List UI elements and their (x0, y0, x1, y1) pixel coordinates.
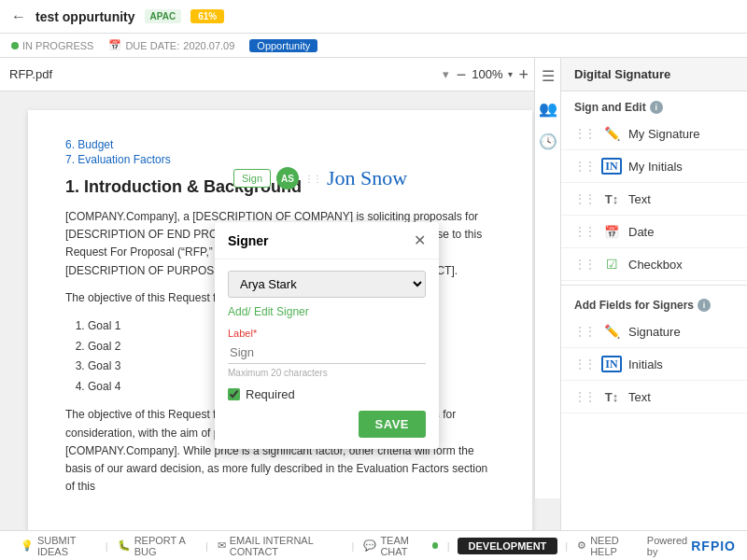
drag-handle-icon: ⋮⋮ (574, 225, 595, 238)
toc-item-evaluation[interactable]: 7. Evaluation Factors (65, 153, 495, 166)
panel-item-initials[interactable]: ⋮⋮ IN Initials (561, 348, 747, 381)
date-label: Date (628, 225, 654, 239)
zoom-out-button[interactable]: − (457, 66, 467, 83)
zoom-controls: − 100% ▾ + (457, 66, 529, 83)
right-panel: Digital Signature Sign and Edit i ⋮⋮ ✏️ … (560, 58, 747, 530)
cursive-signature: Jon Snow (327, 166, 407, 190)
date-icon: 📅 (602, 222, 621, 241)
signature-overlay: Sign AS ⋮⋮ Jon Snow (233, 166, 407, 190)
history-icon[interactable]: 🕓 (539, 133, 557, 150)
chat-icon: 💬 (363, 539, 376, 552)
right-side-icons: ☰ 👥 🕓 (534, 58, 560, 498)
status-in-progress: IN PROGRESS (11, 40, 93, 51)
drag-handle-icon: ⋮⋮ (574, 160, 595, 173)
separator: | (447, 540, 450, 552)
due-date-label: DUE DATE: (125, 40, 179, 51)
panel-item-date[interactable]: ⋮⋮ 📅 Date (561, 216, 747, 248)
powered-by: Powered by RFPIO (647, 535, 736, 557)
back-arrow[interactable]: ← (11, 8, 26, 25)
zoom-in-button[interactable]: + (518, 66, 529, 83)
badge-apac: APAC (145, 9, 182, 23)
people-icon[interactable]: 👥 (539, 100, 557, 118)
avatar: AS (276, 167, 299, 189)
panel-item-text[interactable]: ⋮⋮ T↕ Text (561, 183, 747, 216)
my-signature-label: My Signature (628, 127, 700, 141)
panel-item-my-signature[interactable]: ⋮⋮ ✏️ My Signature (561, 118, 747, 150)
pdf-toolbar: RFP.pdf ▾ − 100% ▾ + ⋮ (0, 58, 560, 91)
help-icon: ⚙ (577, 539, 586, 552)
modal-header: Signer ✕ (215, 222, 439, 259)
initials-icon: IN (602, 157, 621, 175)
add-fields-info-icon[interactable]: i (698, 299, 711, 312)
dev-badge: DEVELOPMENT (458, 538, 558, 554)
label-input[interactable] (228, 342, 426, 364)
sub-bar: IN PROGRESS 📅 DUE DATE: 2020.07.09 Oppor… (0, 34, 747, 58)
pdf-dropdown-icon[interactable]: ▾ (443, 67, 449, 81)
panel-item-checkbox[interactable]: ⋮⋮ ☑ Checkbox (561, 248, 747, 281)
toc-item-budget[interactable]: 6. Budget (65, 138, 495, 151)
due-date-value: 2020.07.09 (183, 40, 234, 51)
pen-icon: ✏️ (602, 322, 621, 341)
need-help-label: NEED HELP (590, 535, 638, 557)
panel-item-my-initials[interactable]: ⋮⋮ IN My Initials (561, 150, 747, 183)
required-checkbox[interactable] (228, 388, 240, 400)
team-chat-dot (432, 542, 438, 549)
initials-label: Initials (628, 357, 663, 371)
status-dot (11, 42, 19, 49)
powered-by-label: Powered by (647, 535, 687, 557)
modal-title: Signer (228, 233, 269, 248)
bottom-item-team-chat[interactable]: 💬 TEAM CHAT (354, 535, 446, 557)
rfpio-logo: RFPIO (691, 539, 736, 553)
my-initials-label: My Initials (628, 160, 683, 174)
bottom-item-report-bug[interactable]: 🐛 REPORT A BUG (108, 535, 205, 557)
drag-handle-icon: ⋮⋮ (574, 192, 595, 205)
sign-edit-info-icon[interactable]: i (650, 101, 663, 114)
due-date: 📅 DUE DATE: 2020.07.09 (108, 39, 234, 51)
bottom-item-submit-ideas[interactable]: 💡 SUBMIT IDEAS (11, 535, 106, 557)
pdf-area: RFP.pdf ▾ − 100% ▾ + ⋮ 6. Budget 7. Eval… (0, 58, 560, 530)
signer-modal: Signer ✕ Arya Stark Add/ Edit Signer Lab… (215, 222, 439, 449)
page-title: test oppurtunity (35, 9, 135, 24)
sign-button[interactable]: Sign (233, 169, 271, 188)
drag-handle-icon: ⋮⋮ (574, 258, 595, 271)
zoom-dropdown-icon[interactable]: ▾ (508, 69, 513, 79)
pdf-toc: 6. Budget 7. Evaluation Factors (65, 138, 495, 166)
text-label: Text (628, 192, 651, 206)
required-checkbox-label: Required (246, 387, 295, 401)
panel-item-signature[interactable]: ⋮⋮ ✏️ Signature (561, 315, 747, 348)
initials-icon: IN (602, 355, 621, 373)
bottom-item-need-help[interactable]: ⚙ NEED HELP (568, 535, 647, 557)
text-add-label: Text (628, 390, 651, 404)
panel-header: Digital Signature (561, 58, 747, 91)
bottom-bar: 💡 SUBMIT IDEAS | 🐛 REPORT A BUG | ✉ EMAI… (0, 530, 747, 560)
drag-handle-icon: ⋮⋮ (574, 325, 595, 338)
add-edit-signer-link[interactable]: Add/ Edit Signer (228, 305, 426, 318)
required-checkbox-row: Required (228, 387, 426, 401)
panel-item-text-add[interactable]: ⋮⋮ T↕ Text (561, 381, 747, 413)
drag-handle-icon: ⋮⋮ (574, 357, 595, 371)
top-bar: ← test oppurtunity APAC 61% (0, 0, 747, 34)
badge-opportunity: Opportunity (249, 39, 317, 52)
signature-label: Signature (628, 325, 681, 339)
submit-ideas-icon: 💡 (21, 539, 34, 552)
add-fields-section-title: Add Fields for Signers i (561, 289, 747, 315)
bottom-item-email[interactable]: ✉ EMAIL INTERNAL CONTACT (208, 535, 352, 557)
modal-close-button[interactable]: ✕ (414, 231, 426, 249)
zoom-level: 100% (472, 67, 502, 81)
team-chat-label: TEAM CHAT (380, 535, 427, 557)
panel-divider (561, 285, 747, 286)
status-label: IN PROGRESS (22, 40, 93, 51)
modal-body: Arya Stark Add/ Edit Signer Label* Maxim… (215, 259, 439, 449)
pen-icon: ✏️ (602, 124, 621, 143)
max-chars-label: Maximum 20 characters (228, 368, 426, 378)
checkbox-icon: ☑ (602, 255, 621, 273)
sign-edit-section-title: Sign and Edit i (561, 91, 747, 118)
main-layout: RFP.pdf ▾ − 100% ▾ + ⋮ 6. Budget 7. Eval… (0, 58, 747, 530)
signer-select[interactable]: Arya Stark (228, 271, 426, 298)
submit-ideas-label: SUBMIT IDEAS (37, 535, 96, 557)
list-icon[interactable]: ☰ (542, 67, 555, 85)
pdf-filename: RFP.pdf (9, 67, 435, 81)
label-field-label: Label* (228, 328, 426, 339)
checkbox-label: Checkbox (628, 258, 683, 272)
save-button[interactable]: SAVE (359, 411, 426, 438)
